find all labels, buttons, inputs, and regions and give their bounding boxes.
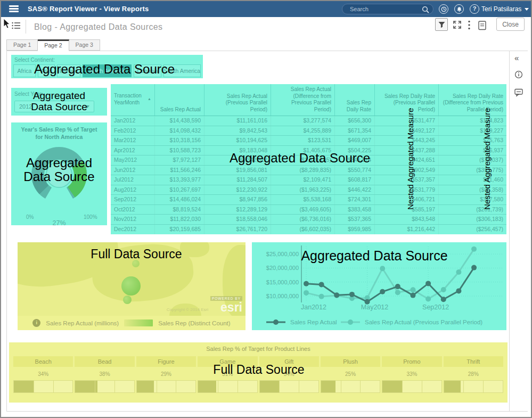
continent-option-asia[interactable]: Asia bbox=[38, 64, 55, 77]
report-canvas: Select Continent: AfricaAsiaEuropeNorth … bbox=[6, 51, 528, 412]
list-icon[interactable] bbox=[12, 21, 21, 30]
line-chart[interactable]: $25,000,000$20,000,000$15,000,000$10,000… bbox=[252, 242, 506, 330]
tab-page-3[interactable]: Page 3 bbox=[69, 39, 100, 51]
table-cell: $20,159,685 bbox=[154, 225, 204, 235]
user-menu[interactable]: Teri Patsilaras bbox=[481, 1, 521, 17]
bullet-bar-tick bbox=[238, 381, 238, 392]
table-cell: $671,354 bbox=[334, 126, 374, 136]
table-cell: $11,284,507 bbox=[204, 175, 271, 185]
column-header[interactable]: Sales Rep Actual (Previous Parallel Peri… bbox=[204, 84, 271, 116]
year-filter-label: Select Year: bbox=[14, 91, 43, 97]
table-cell: $12,230,922 bbox=[204, 185, 271, 195]
info-icon[interactable]: i bbox=[32, 319, 40, 327]
table-row[interactable]: Jun2012$11,566,246$19,856,081($8,289,835… bbox=[111, 166, 506, 176]
tab-page-2[interactable]: Page 2 bbox=[38, 39, 69, 51]
table-cell: ($1,370,195) bbox=[271, 155, 334, 165]
table-row[interactable]: Oct2012$8,819,524$12,289,129($3,469,605)… bbox=[111, 205, 506, 215]
divider bbox=[26, 20, 26, 34]
table-cell: $14,486,024 bbox=[154, 195, 204, 204]
continent-option-africa[interactable]: Africa bbox=[13, 64, 36, 77]
filter-button[interactable] bbox=[435, 18, 448, 31]
bullet-item-beach[interactable]: Beach34% bbox=[13, 356, 73, 393]
table-cell: Mar2012 bbox=[111, 136, 154, 145]
hamburger-menu-icon[interactable] bbox=[9, 5, 19, 13]
comment-icon[interactable] bbox=[514, 88, 523, 97]
table-cell: $25,763 bbox=[438, 136, 506, 145]
map-data-bubble[interactable] bbox=[123, 296, 132, 304]
table-body: Jan2012$14,438,590$11,161,016$3,277,574$… bbox=[111, 116, 506, 234]
page-tabs: Page 1 Page 2 Page 3 bbox=[6, 39, 100, 51]
bell-icon[interactable] bbox=[454, 4, 464, 14]
bullet-item-bead[interactable]: Bead38% bbox=[75, 356, 134, 393]
table-cell: $13,393,977 bbox=[154, 175, 204, 185]
table-cell: $537,365 bbox=[334, 215, 374, 224]
collapse-icon[interactable]: « bbox=[514, 53, 519, 62]
bullet-item-gift[interactable]: Gift34% bbox=[259, 356, 319, 393]
map-data-bubble[interactable] bbox=[121, 276, 141, 296]
table-cell: ($78,037) bbox=[438, 155, 506, 165]
table-row[interactable]: Sep2012$14,486,024$8,947,856$5,538,168$7… bbox=[111, 195, 506, 205]
bullet-bar-fill bbox=[382, 381, 402, 392]
table-row[interactable]: Feb2012$14,098,432$9,842,543$4,255,889$6… bbox=[111, 126, 506, 136]
bullet-bar-fill bbox=[75, 381, 97, 392]
table-cell: $5,538,168 bbox=[271, 195, 334, 204]
help-icon[interactable]: ? bbox=[470, 4, 479, 14]
continent-option-oceania[interactable]: Oceania bbox=[134, 64, 161, 77]
table-cell: $11,566,246 bbox=[154, 166, 204, 175]
table-cell: $469,007 bbox=[334, 136, 374, 145]
report-toolbar: Blog - Aggregated Data Sources 1 Close bbox=[1, 17, 531, 37]
column-header[interactable]: Sales Rep Daily Rate (Difference from Pr… bbox=[438, 84, 506, 116]
bullet-item-figure[interactable]: Figure29% bbox=[136, 356, 196, 393]
bullet-item-name: Plush bbox=[321, 356, 380, 367]
continent-option-europe[interactable]: Europe bbox=[57, 64, 80, 77]
geo-map-widget[interactable]: Copyright © 2014 Esri POWERED BY esri i … bbox=[18, 242, 245, 330]
table-cell: $537,357 bbox=[374, 175, 438, 185]
table-row[interactable]: May2012$7,972,127$9,342,322($1,370,195)$… bbox=[111, 155, 506, 166]
bullet-item-name: Promo bbox=[382, 356, 441, 367]
table-cell: $66,937 bbox=[438, 146, 506, 155]
table-row[interactable]: Mar2012$10,318,156$10,194,625$123,531$46… bbox=[111, 136, 506, 146]
gauge-widget[interactable]: Year's Sales Rep % of Targetfor North Am… bbox=[11, 122, 107, 225]
info-icon[interactable] bbox=[514, 70, 523, 79]
bullet-item-game[interactable]: Game31% bbox=[198, 356, 257, 393]
kebab-menu-icon[interactable] bbox=[468, 20, 471, 30]
expand-icon[interactable] bbox=[453, 20, 462, 29]
bullet-bar-tick bbox=[95, 381, 95, 392]
year-dropdown[interactable]: 2012 bbox=[14, 101, 94, 112]
table-cell: $14,098,432 bbox=[154, 126, 204, 136]
search-input[interactable] bbox=[349, 5, 418, 13]
bullet-item-promo[interactable]: Promo33% bbox=[382, 356, 441, 393]
bullet-item-thrift[interactable]: Thrift28% bbox=[444, 356, 503, 393]
svg-text:$20,000,000: $20,000,000 bbox=[266, 265, 299, 271]
map-legend-gradient bbox=[124, 319, 153, 326]
table-cell: ($351,775) bbox=[438, 166, 506, 175]
search-icon[interactable] bbox=[422, 6, 429, 13]
table-cell: Jan2012 bbox=[111, 116, 154, 126]
column-header[interactable]: Sales Rep Daily Rate (Previous Parallel … bbox=[374, 84, 438, 116]
column-header[interactable]: Transaction YearMonth▲ bbox=[111, 84, 154, 116]
bullet-item-value: 29% bbox=[136, 371, 196, 377]
comments-button[interactable]: 1 bbox=[478, 20, 492, 32]
table-row[interactable]: Jul2012$13,393,977$11,284,507$2,109,471$… bbox=[111, 175, 506, 185]
table-cell: Jun2012 bbox=[111, 166, 154, 175]
bullet-item-plush[interactable]: Plush25% bbox=[321, 356, 380, 393]
chevron-down-icon[interactable] bbox=[525, 8, 529, 11]
continent-option-south-america[interactable]: South America bbox=[163, 64, 201, 77]
table-row[interactable]: Aug2012$10,267,697$12,230,922($1,963,225… bbox=[111, 185, 506, 195]
table-cell: $902,549 bbox=[374, 166, 438, 175]
continent-option-north-america[interactable]: North America bbox=[83, 64, 132, 77]
search-box[interactable] bbox=[342, 4, 433, 14]
history-icon[interactable] bbox=[439, 4, 448, 14]
close-button[interactable]: Close bbox=[496, 18, 525, 31]
map-landmass bbox=[180, 242, 209, 257]
tab-page-1[interactable]: Page 1 bbox=[6, 39, 38, 51]
table-cell: $9,842,543 bbox=[204, 126, 271, 136]
column-header[interactable]: Sales Rep Daily Rate bbox=[334, 84, 374, 116]
table-row[interactable]: Dec2012$20,159,685$26,761,720($6,602,035… bbox=[111, 225, 506, 235]
table-row[interactable]: Nov2012$11,822,030$18,558,046($6,736,016… bbox=[111, 215, 506, 225]
table-row[interactable]: Apr2012$10,588,723$9,183,048$1,405,675$5… bbox=[111, 146, 506, 156]
column-header[interactable]: Sales Rep Actual bbox=[154, 84, 204, 116]
map-data-bubble[interactable] bbox=[132, 260, 140, 267]
column-header[interactable]: Sales Rep Actual (Difference from Previo… bbox=[271, 84, 334, 116]
table-row[interactable]: Jan2012$14,438,590$11,161,016$3,277,574$… bbox=[111, 116, 506, 126]
